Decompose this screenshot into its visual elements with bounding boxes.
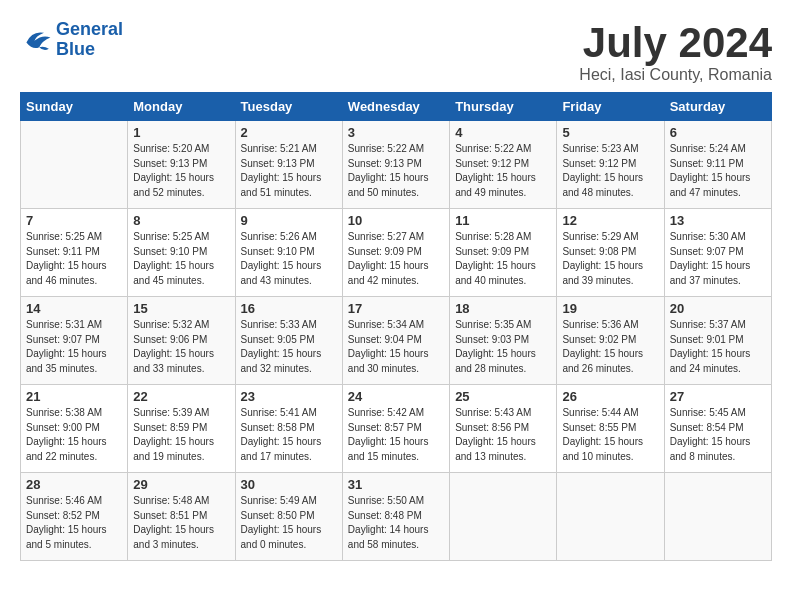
calendar-cell (21, 121, 128, 209)
day-info: Sunrise: 5:42 AMSunset: 8:57 PMDaylight:… (348, 406, 444, 464)
page-header: General Blue July 2024 Heci, Iasi County… (20, 20, 772, 84)
logo: General Blue (20, 20, 123, 60)
day-number: 16 (241, 301, 337, 316)
day-number: 20 (670, 301, 766, 316)
day-info: Sunrise: 5:26 AMSunset: 9:10 PMDaylight:… (241, 230, 337, 288)
calendar-cell: 15Sunrise: 5:32 AMSunset: 9:06 PMDayligh… (128, 297, 235, 385)
day-info: Sunrise: 5:48 AMSunset: 8:51 PMDaylight:… (133, 494, 229, 552)
calendar-cell: 31Sunrise: 5:50 AMSunset: 8:48 PMDayligh… (342, 473, 449, 561)
calendar-cell: 13Sunrise: 5:30 AMSunset: 9:07 PMDayligh… (664, 209, 771, 297)
header-day-tuesday: Tuesday (235, 93, 342, 121)
day-number: 17 (348, 301, 444, 316)
day-info: Sunrise: 5:38 AMSunset: 9:00 PMDaylight:… (26, 406, 122, 464)
day-number: 30 (241, 477, 337, 492)
calendar-cell: 25Sunrise: 5:43 AMSunset: 8:56 PMDayligh… (450, 385, 557, 473)
day-number: 26 (562, 389, 658, 404)
calendar-cell: 4Sunrise: 5:22 AMSunset: 9:12 PMDaylight… (450, 121, 557, 209)
day-info: Sunrise: 5:36 AMSunset: 9:02 PMDaylight:… (562, 318, 658, 376)
calendar-cell: 24Sunrise: 5:42 AMSunset: 8:57 PMDayligh… (342, 385, 449, 473)
day-number: 3 (348, 125, 444, 140)
day-number: 27 (670, 389, 766, 404)
day-info: Sunrise: 5:23 AMSunset: 9:12 PMDaylight:… (562, 142, 658, 200)
calendar-cell: 27Sunrise: 5:45 AMSunset: 8:54 PMDayligh… (664, 385, 771, 473)
header-day-sunday: Sunday (21, 93, 128, 121)
calendar-table: SundayMondayTuesdayWednesdayThursdayFrid… (20, 92, 772, 561)
logo-text: General Blue (56, 20, 123, 60)
logo-line1: General (56, 19, 123, 39)
day-number: 22 (133, 389, 229, 404)
header-row: SundayMondayTuesdayWednesdayThursdayFrid… (21, 93, 772, 121)
day-number: 12 (562, 213, 658, 228)
day-info: Sunrise: 5:45 AMSunset: 8:54 PMDaylight:… (670, 406, 766, 464)
header-day-wednesday: Wednesday (342, 93, 449, 121)
day-number: 21 (26, 389, 122, 404)
calendar-cell: 29Sunrise: 5:48 AMSunset: 8:51 PMDayligh… (128, 473, 235, 561)
day-info: Sunrise: 5:25 AMSunset: 9:10 PMDaylight:… (133, 230, 229, 288)
week-row-4: 28Sunrise: 5:46 AMSunset: 8:52 PMDayligh… (21, 473, 772, 561)
day-info: Sunrise: 5:22 AMSunset: 9:12 PMDaylight:… (455, 142, 551, 200)
day-number: 24 (348, 389, 444, 404)
day-number: 13 (670, 213, 766, 228)
calendar-cell: 5Sunrise: 5:23 AMSunset: 9:12 PMDaylight… (557, 121, 664, 209)
day-info: Sunrise: 5:39 AMSunset: 8:59 PMDaylight:… (133, 406, 229, 464)
day-info: Sunrise: 5:30 AMSunset: 9:07 PMDaylight:… (670, 230, 766, 288)
day-info: Sunrise: 5:27 AMSunset: 9:09 PMDaylight:… (348, 230, 444, 288)
day-number: 15 (133, 301, 229, 316)
day-info: Sunrise: 5:50 AMSunset: 8:48 PMDaylight:… (348, 494, 444, 552)
calendar-title: July 2024 (579, 20, 772, 66)
week-row-3: 21Sunrise: 5:38 AMSunset: 9:00 PMDayligh… (21, 385, 772, 473)
day-number: 5 (562, 125, 658, 140)
calendar-cell: 6Sunrise: 5:24 AMSunset: 9:11 PMDaylight… (664, 121, 771, 209)
day-info: Sunrise: 5:41 AMSunset: 8:58 PMDaylight:… (241, 406, 337, 464)
day-number: 9 (241, 213, 337, 228)
day-number: 2 (241, 125, 337, 140)
day-info: Sunrise: 5:33 AMSunset: 9:05 PMDaylight:… (241, 318, 337, 376)
day-info: Sunrise: 5:20 AMSunset: 9:13 PMDaylight:… (133, 142, 229, 200)
day-info: Sunrise: 5:22 AMSunset: 9:13 PMDaylight:… (348, 142, 444, 200)
day-number: 31 (348, 477, 444, 492)
day-number: 10 (348, 213, 444, 228)
day-info: Sunrise: 5:35 AMSunset: 9:03 PMDaylight:… (455, 318, 551, 376)
calendar-cell: 17Sunrise: 5:34 AMSunset: 9:04 PMDayligh… (342, 297, 449, 385)
day-number: 28 (26, 477, 122, 492)
day-number: 6 (670, 125, 766, 140)
calendar-cell: 2Sunrise: 5:21 AMSunset: 9:13 PMDaylight… (235, 121, 342, 209)
day-info: Sunrise: 5:43 AMSunset: 8:56 PMDaylight:… (455, 406, 551, 464)
day-info: Sunrise: 5:34 AMSunset: 9:04 PMDaylight:… (348, 318, 444, 376)
calendar-cell: 1Sunrise: 5:20 AMSunset: 9:13 PMDaylight… (128, 121, 235, 209)
day-info: Sunrise: 5:25 AMSunset: 9:11 PMDaylight:… (26, 230, 122, 288)
day-info: Sunrise: 5:44 AMSunset: 8:55 PMDaylight:… (562, 406, 658, 464)
day-number: 25 (455, 389, 551, 404)
calendar-cell: 9Sunrise: 5:26 AMSunset: 9:10 PMDaylight… (235, 209, 342, 297)
calendar-cell: 14Sunrise: 5:31 AMSunset: 9:07 PMDayligh… (21, 297, 128, 385)
calendar-cell: 28Sunrise: 5:46 AMSunset: 8:52 PMDayligh… (21, 473, 128, 561)
day-number: 4 (455, 125, 551, 140)
logo-line2: Blue (56, 39, 95, 59)
week-row-2: 14Sunrise: 5:31 AMSunset: 9:07 PMDayligh… (21, 297, 772, 385)
day-info: Sunrise: 5:24 AMSunset: 9:11 PMDaylight:… (670, 142, 766, 200)
calendar-cell: 23Sunrise: 5:41 AMSunset: 8:58 PMDayligh… (235, 385, 342, 473)
logo-icon (20, 26, 52, 54)
day-info: Sunrise: 5:32 AMSunset: 9:06 PMDaylight:… (133, 318, 229, 376)
title-block: July 2024 Heci, Iasi County, Romania (579, 20, 772, 84)
day-number: 19 (562, 301, 658, 316)
day-info: Sunrise: 5:37 AMSunset: 9:01 PMDaylight:… (670, 318, 766, 376)
day-number: 23 (241, 389, 337, 404)
header-day-saturday: Saturday (664, 93, 771, 121)
header-day-thursday: Thursday (450, 93, 557, 121)
day-info: Sunrise: 5:21 AMSunset: 9:13 PMDaylight:… (241, 142, 337, 200)
calendar-cell: 20Sunrise: 5:37 AMSunset: 9:01 PMDayligh… (664, 297, 771, 385)
calendar-cell (450, 473, 557, 561)
calendar-cell: 30Sunrise: 5:49 AMSunset: 8:50 PMDayligh… (235, 473, 342, 561)
calendar-cell: 21Sunrise: 5:38 AMSunset: 9:00 PMDayligh… (21, 385, 128, 473)
calendar-subtitle: Heci, Iasi County, Romania (579, 66, 772, 84)
calendar-cell: 16Sunrise: 5:33 AMSunset: 9:05 PMDayligh… (235, 297, 342, 385)
day-number: 8 (133, 213, 229, 228)
day-number: 29 (133, 477, 229, 492)
header-day-monday: Monday (128, 93, 235, 121)
day-info: Sunrise: 5:28 AMSunset: 9:09 PMDaylight:… (455, 230, 551, 288)
day-number: 1 (133, 125, 229, 140)
day-info: Sunrise: 5:29 AMSunset: 9:08 PMDaylight:… (562, 230, 658, 288)
week-row-0: 1Sunrise: 5:20 AMSunset: 9:13 PMDaylight… (21, 121, 772, 209)
day-number: 11 (455, 213, 551, 228)
